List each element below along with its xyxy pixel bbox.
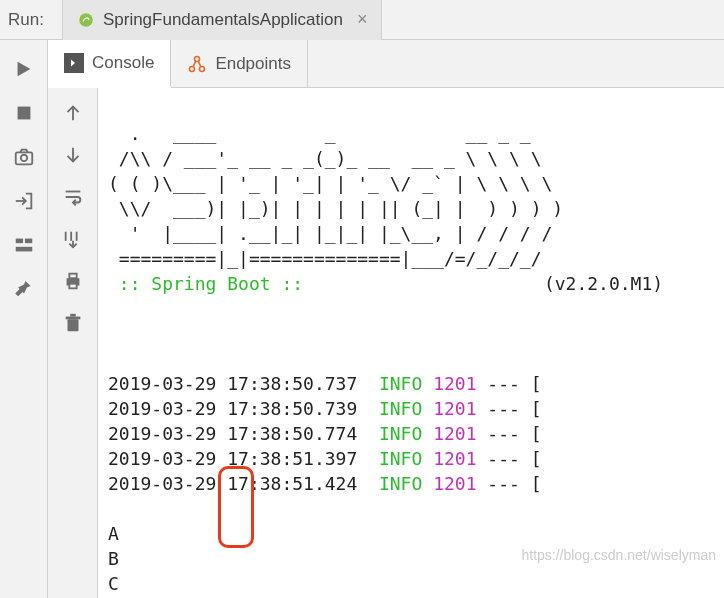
svg-rect-14 (65, 317, 80, 320)
trash-icon[interactable] (62, 312, 84, 334)
scroll-to-end-icon[interactable] (62, 228, 84, 250)
log-row: 2019-03-29 17:38:51.424 INFO 1201 --- [ (108, 471, 724, 496)
tab-console-label: Console (92, 53, 154, 73)
tab-endpoints-label: Endpoints (215, 54, 291, 74)
print-icon[interactable] (62, 270, 84, 292)
output-row: C (108, 571, 724, 596)
svg-rect-12 (69, 284, 76, 289)
run-config-tab[interactable]: SpringFundamentalsApplication × (62, 0, 383, 40)
top-bar: Run: SpringFundamentalsApplication × (0, 0, 724, 40)
ascii-banner: . ____ _ __ _ _ /\\ / ___'_ __ _ _(_)_ _… (108, 123, 563, 269)
tabs-row: Console Endpoints (48, 40, 724, 88)
scroll-up-icon[interactable] (62, 102, 84, 124)
exit-icon[interactable] (13, 190, 35, 212)
inner-column: Console Endpoints (48, 40, 724, 598)
spring-icon (77, 11, 95, 29)
svg-point-9 (200, 66, 205, 71)
svg-rect-15 (70, 314, 76, 317)
svg-point-0 (79, 13, 93, 27)
log-row: 2019-03-29 17:38:50.739 INFO 1201 --- [ (108, 396, 724, 421)
scroll-down-icon[interactable] (62, 144, 84, 166)
svg-point-3 (20, 155, 26, 161)
content-row: . ____ _ __ _ _ /\\ / ___'_ __ _ _(_)_ _… (48, 88, 724, 598)
boot-label: :: Spring Boot :: (108, 273, 314, 294)
svg-point-8 (195, 56, 200, 61)
blank-line (108, 321, 724, 346)
stop-icon[interactable] (13, 102, 35, 124)
pin-icon[interactable] (13, 278, 35, 300)
left-toolbar (0, 40, 48, 598)
svg-rect-5 (24, 239, 31, 244)
log-row: 2019-03-29 17:38:50.774 INFO 1201 --- [ (108, 421, 724, 446)
run-config-name: SpringFundamentalsApplication (103, 10, 343, 30)
log-lines: 2019-03-29 17:38:50.737 INFO 1201 --- [2… (108, 371, 724, 496)
console-icon (64, 53, 84, 73)
boot-version: (v2.2.0.M1) (544, 273, 663, 294)
layout-icon[interactable] (13, 234, 35, 256)
log-row: 2019-03-29 17:38:51.397 INFO 1201 --- [ (108, 446, 724, 471)
svg-rect-4 (15, 239, 22, 244)
boot-line: :: Spring Boot :: (v2.2.0.M1) (108, 271, 724, 296)
log-row: 2019-03-29 17:38:50.737 INFO 1201 --- [ (108, 371, 724, 396)
svg-rect-6 (15, 247, 32, 252)
close-icon[interactable]: × (351, 9, 368, 30)
tab-console[interactable]: Console (48, 40, 171, 88)
svg-point-7 (190, 66, 195, 71)
camera-icon[interactable] (13, 146, 35, 168)
run-icon[interactable] (13, 58, 35, 80)
run-label: Run: (8, 10, 44, 30)
soft-wrap-icon[interactable] (62, 186, 84, 208)
svg-rect-1 (17, 107, 30, 120)
endpoints-icon (187, 54, 207, 74)
watermark: https://blog.csdn.net/wiselyman (521, 543, 716, 568)
console-toolbar (48, 88, 98, 598)
tab-endpoints[interactable]: Endpoints (171, 40, 308, 87)
svg-rect-13 (67, 319, 78, 331)
svg-rect-11 (69, 274, 76, 279)
console-output[interactable]: . ____ _ __ _ _ /\\ / ___'_ __ _ _(_)_ _… (98, 88, 724, 598)
main-row: Console Endpoints (0, 40, 724, 598)
